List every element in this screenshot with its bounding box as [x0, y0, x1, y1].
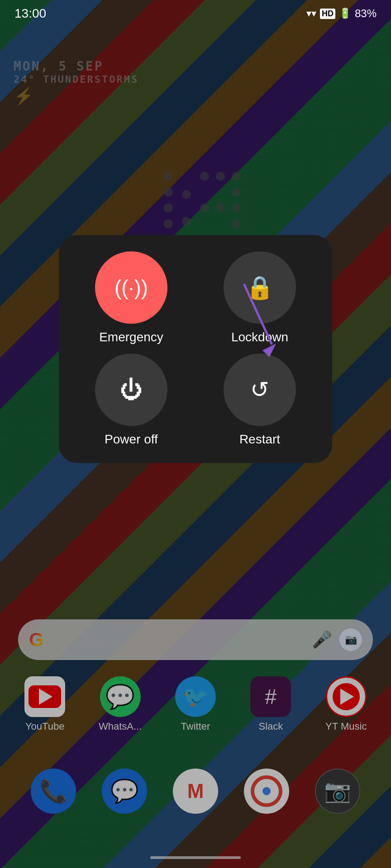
- lockdown-label: Lockdown: [231, 330, 288, 344]
- power-menu: ((·)) Emergency 🔒 Lockdown ⏻ Power off: [59, 235, 332, 463]
- lockdown-button[interactable]: 🔒: [224, 251, 296, 324]
- battery-icon: 🔋: [339, 8, 351, 19]
- emergency-button[interactable]: ((·)): [95, 251, 167, 324]
- status-bar: 13:00 ▾▾ HD 🔋 83%: [0, 0, 391, 27]
- restart-button[interactable]: ↺: [224, 354, 296, 426]
- power-off-button[interactable]: ⏻: [95, 354, 167, 426]
- emergency-label: Emergency: [99, 330, 163, 344]
- hd-icon: HD: [320, 9, 335, 19]
- battery-percentage: 83%: [355, 7, 377, 20]
- wifi-icon: ▾▾: [306, 8, 316, 19]
- power-menu-overlay[interactable]: ((·)) Emergency 🔒 Lockdown ⏻ Power off: [0, 0, 391, 868]
- restart-label: Restart: [239, 432, 280, 447]
- emergency-broadcast-icon: ((·)): [114, 275, 148, 300]
- lockdown-item: 🔒 Lockdown: [200, 251, 319, 344]
- restart-item: ↺ Restart: [200, 354, 319, 447]
- power-off-label: Power off: [105, 432, 158, 447]
- status-time: 13:00: [14, 6, 46, 21]
- power-menu-grid: ((·)) Emergency 🔒 Lockdown ⏻ Power off: [72, 251, 319, 447]
- power-off-item: ⏻ Power off: [72, 354, 191, 447]
- emergency-item: ((·)) Emergency: [72, 251, 191, 344]
- lock-icon: 🔒: [246, 274, 274, 301]
- power-icon: ⏻: [120, 377, 143, 403]
- status-icons: ▾▾ HD 🔋 83%: [306, 7, 377, 20]
- restart-icon: ↺: [250, 377, 269, 403]
